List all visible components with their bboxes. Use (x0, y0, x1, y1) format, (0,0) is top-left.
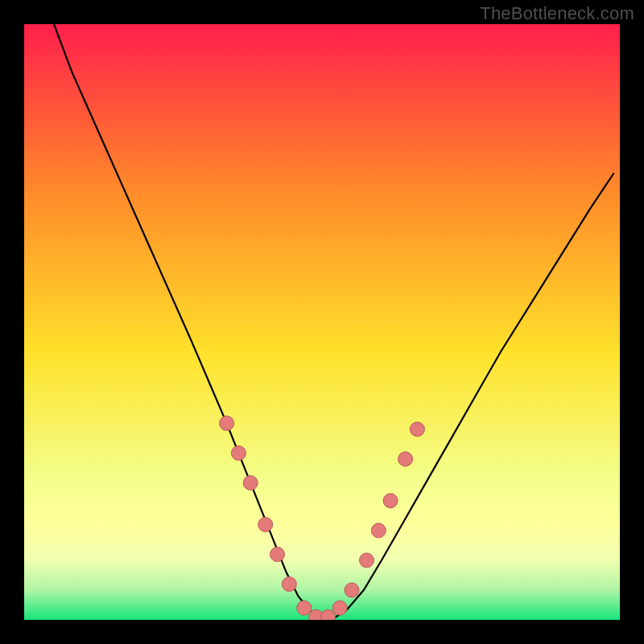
gradient-background (24, 24, 620, 620)
bottleneck-chart (24, 24, 620, 620)
curve-marker (297, 601, 312, 615)
curve-marker (332, 601, 347, 615)
curve-marker (345, 583, 359, 597)
curve-marker (383, 493, 398, 508)
curve-marker (410, 422, 424, 436)
curve-marker (270, 547, 285, 562)
curve-marker (231, 446, 246, 460)
curve-marker (398, 452, 413, 466)
plot-area (24, 24, 620, 620)
curve-marker (258, 518, 273, 532)
curve-marker (243, 476, 258, 490)
curve-marker (371, 523, 386, 538)
watermark-text: TheBottleneck.com (480, 3, 634, 24)
chart-frame: TheBottleneck.com (0, 0, 644, 644)
curve-marker (220, 416, 234, 431)
curve-marker (282, 577, 296, 592)
curve-marker (360, 553, 374, 568)
